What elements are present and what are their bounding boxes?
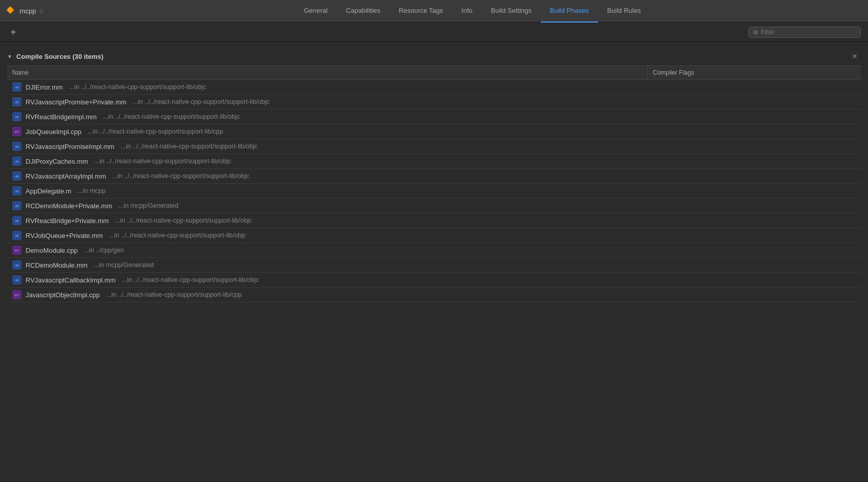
table-row[interactable]: c+JavascriptObjectImpl.cpp...in ../../re… <box>7 288 861 302</box>
file-name-cell: mRVJobQueue+Private.mm...in ../../react-… <box>7 228 648 243</box>
table-row[interactable]: mRVJavascriptCallbackImpl.mm...in ../../… <box>7 273 861 288</box>
section-title: Compile Sources (30 items) <box>16 53 849 60</box>
table-row[interactable]: mRVJavascriptPromise+Private.mm...in ../… <box>7 95 861 109</box>
add-phase-button[interactable]: + <box>7 25 19 39</box>
compiler-flags-cell <box>648 95 861 109</box>
file-name: RVReactBridgeImpl.mm <box>26 113 97 121</box>
file-name-cell: mRVReactBridge+Private.mm...in ../../rea… <box>7 213 648 228</box>
file-name-cell: mRVJavascriptPromiseImpl.mm...in ../../r… <box>7 139 648 154</box>
compiler-flags-cell <box>648 184 861 199</box>
filter-icon: ⊜ <box>753 29 758 36</box>
file-path: ...in ../cpp/gen <box>84 247 124 254</box>
project-chevron-icon: ◇ <box>39 8 43 14</box>
file-path: ...in rncpp/Generated <box>118 202 178 209</box>
file-name-cell: mRVReactBridgeImpl.mm...in ../../react-n… <box>7 109 648 124</box>
tab-build-rules[interactable]: Build Rules <box>598 0 650 23</box>
col-header-name: Name <box>7 66 648 80</box>
file-name-cell: mAppDelegate.m...in rncpp <box>7 184 648 199</box>
file-name: RVJavascriptArrayImpl.mm <box>26 172 106 180</box>
file-type-icon: m <box>12 142 21 151</box>
file-name: JobQueueImpl.cpp <box>26 128 81 136</box>
tab-general[interactable]: General <box>295 0 337 23</box>
file-path: ...in ../../react-native-cpp-support/sup… <box>103 113 240 120</box>
file-name-cell: mRVJavascriptCallbackImpl.mm...in ../../… <box>7 273 648 288</box>
file-type-icon: m <box>12 201 21 210</box>
file-name-cell: mRVJavascriptPromise+Private.mm...in ../… <box>7 95 648 109</box>
file-path: ...in ../../react-native-cpp-support/sup… <box>115 217 252 224</box>
table-row[interactable]: mDJIError.mm...in ../../react-native-cpp… <box>7 80 861 95</box>
file-name-cell: mRCDemoModule+Private.mm...in rncpp/Gene… <box>7 199 648 213</box>
file-path: ...in rncpp/Generated <box>94 261 153 269</box>
project-selector[interactable]: 🔶 rncpp ◇ <box>6 6 73 16</box>
file-name: RVJavascriptPromiseImpl.mm <box>26 143 115 150</box>
table-row[interactable]: c+DemoModule.cpp...in ../cpp/gen <box>7 243 861 258</box>
file-type-icon: m <box>12 216 21 225</box>
table-row[interactable]: mRVJobQueue+Private.mm...in ../../react-… <box>7 228 861 243</box>
file-name: RVJobQueue+Private.mm <box>26 232 103 239</box>
table-row[interactable]: mRVJavascriptArrayImpl.mm...in ../../rea… <box>7 169 861 184</box>
table-row[interactable]: mRVReactBridge+Private.mm...in ../../rea… <box>7 213 861 228</box>
file-name: DJIError.mm <box>26 83 63 91</box>
section-toggle[interactable]: ▼ <box>7 54 12 59</box>
compiler-flags-cell <box>648 199 861 213</box>
file-name: AppDelegate.m <box>26 187 72 195</box>
file-name: RVJavascriptCallbackImpl.mm <box>26 276 116 284</box>
file-path: ...in ../../react-native-cpp-support/sup… <box>121 143 258 150</box>
filter-input[interactable] <box>761 29 853 36</box>
tab-build-phases[interactable]: Build Phases <box>541 0 598 23</box>
file-type-icon: m <box>12 112 21 121</box>
file-path: ...in ../../react-native-cpp-support/sup… <box>122 276 259 283</box>
compiler-flags-cell <box>648 109 861 124</box>
file-name: DemoModule.cpp <box>26 247 78 254</box>
file-name: RCDemoModule.mm <box>26 261 87 269</box>
tab-build-settings[interactable]: Build Settings <box>482 0 541 23</box>
compiler-flags-cell <box>648 288 861 302</box>
table-row[interactable]: mDJIProxyCaches.mm...in ../../react-nati… <box>7 154 861 169</box>
table-row[interactable]: mAppDelegate.m...in rncpp <box>7 184 861 199</box>
file-type-icon: c+ <box>12 290 21 299</box>
compiler-flags-cell <box>648 273 861 288</box>
file-path: ...in ../../react-native-cpp-support/sup… <box>109 232 246 239</box>
file-name: JavascriptObjectImpl.cpp <box>26 291 100 299</box>
file-path: ...in ../../react-native-cpp-support/sup… <box>69 83 206 91</box>
toolbar: + ⊜ <box>0 23 868 42</box>
compiler-flags-cell <box>648 80 861 95</box>
compiler-flags-cell <box>648 228 861 243</box>
file-type-icon: m <box>12 231 21 240</box>
compiler-flags-cell <box>648 154 861 169</box>
file-name-cell: c+DemoModule.cpp...in ../cpp/gen <box>7 243 648 258</box>
nav-tabs: GeneralCapabilitiesResource TagsInfoBuil… <box>83 0 862 23</box>
project-icon: 🔶 <box>6 6 16 16</box>
table-row[interactable]: mRVJavascriptPromiseImpl.mm...in ../../r… <box>7 139 861 154</box>
file-name-cell: mDJIProxyCaches.mm...in ../../react-nati… <box>7 154 648 169</box>
tab-capabilities[interactable]: Capabilities <box>337 0 390 23</box>
file-path: ...in ../../react-native-cpp-support/sup… <box>87 128 223 135</box>
top-nav: 🔶 rncpp ◇ GeneralCapabilitiesResource Ta… <box>0 0 868 23</box>
file-name: RVReactBridge+Private.mm <box>26 217 109 225</box>
file-name: RVJavascriptPromise+Private.mm <box>26 98 126 106</box>
file-path: ...in ../../react-native-cpp-support/sup… <box>132 98 269 105</box>
compiler-flags-cell <box>648 124 861 139</box>
tab-info[interactable]: Info <box>452 0 482 23</box>
table-row[interactable]: c+JobQueueImpl.cpp...in ../../react-nati… <box>7 124 861 139</box>
section-close-button[interactable]: ✕ <box>849 51 861 61</box>
table-row[interactable]: mRCDemoModule.mm...in rncpp/Generated <box>7 258 861 273</box>
file-type-icon: m <box>12 171 21 181</box>
file-name-cell: c+JavascriptObjectImpl.cpp...in ../../re… <box>7 288 648 302</box>
file-path: ...in rncpp <box>78 187 106 194</box>
file-type-icon: m <box>12 82 21 92</box>
table-row[interactable]: mRCDemoModule+Private.mm...in rncpp/Gene… <box>7 199 861 213</box>
tab-resource-tags[interactable]: Resource Tags <box>390 0 452 23</box>
main-content: ▼ Compile Sources (30 items) ✕ Name Comp… <box>0 42 868 482</box>
compile-sources-section: ▼ Compile Sources (30 items) ✕ <box>7 47 861 66</box>
compiler-flags-cell <box>648 139 861 154</box>
compiler-flags-cell <box>648 169 861 184</box>
file-type-icon: m <box>12 186 21 195</box>
filter-box: ⊜ <box>748 27 861 38</box>
project-name: rncpp <box>19 7 36 15</box>
file-type-icon: m <box>12 275 21 284</box>
table-row[interactable]: mRVReactBridgeImpl.mm...in ../../react-n… <box>7 109 861 124</box>
compiler-flags-cell <box>648 243 861 258</box>
compiler-flags-cell <box>648 258 861 273</box>
file-name: DJIProxyCaches.mm <box>26 158 88 165</box>
